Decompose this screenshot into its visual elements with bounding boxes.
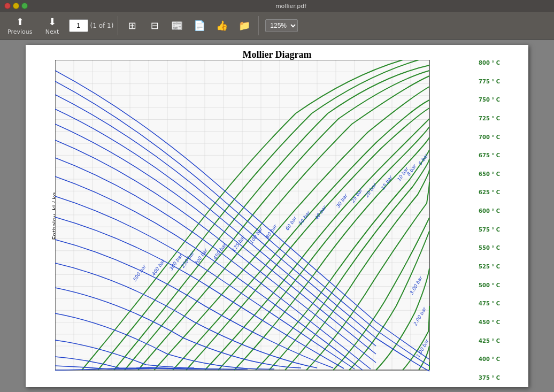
previous-button[interactable]: ⬆ Previous — [4, 14, 36, 37]
page-info: (1 of 1) — [90, 22, 114, 29]
next-button[interactable]: ⬇ Next — [39, 14, 66, 37]
temp-label-450: 450 ° C — [479, 319, 526, 325]
next-label: Next — [45, 28, 59, 35]
previous-label: Previous — [7, 28, 33, 35]
page-number-input[interactable] — [69, 19, 88, 32]
temp-label-550: 550 ° C — [479, 245, 526, 251]
temp-label-500: 500 ° C — [479, 282, 526, 288]
temp-label-600: 600 ° C — [479, 208, 526, 214]
title-bar: mollier.pdf — [0, 0, 554, 12]
temp-label-675: 675 ° C — [479, 152, 526, 158]
fit-page-button[interactable]: ⊞ — [122, 18, 142, 33]
temp-label-800: 800 ° C — [479, 60, 526, 66]
separator-1 — [118, 16, 118, 35]
thumbs-button[interactable]: 👍 — [212, 18, 232, 33]
close-button[interactable] — [4, 3, 11, 9]
pdf-area: Mollier Diagram Calculated with freestea… — [0, 40, 554, 392]
chart-svg: 4500 4400 4300 4200 4100 4000 3900 3800 … — [55, 60, 480, 381]
zoom-select[interactable]: 125% 100% 75% 150% — [265, 19, 298, 32]
temp-label-700: 700 ° C — [479, 134, 526, 140]
window-controls[interactable] — [4, 3, 28, 9]
toolbar: ⬆ Previous ⬇ Next (1 of 1) ⊞ ⊟ 📰 📄 👍 📁 1… — [0, 12, 554, 40]
bookmarks-button[interactable]: 📰 — [167, 18, 187, 33]
temp-label-575: 575 ° C — [479, 227, 526, 233]
temp-label-425: 425 ° C — [479, 338, 526, 344]
maximize-button[interactable] — [21, 3, 28, 9]
pages-button[interactable]: 📄 — [190, 18, 209, 33]
temp-label-725: 725 ° C — [479, 116, 526, 121]
zoom-group: 125% 100% 75% 150% — [265, 19, 298, 32]
next-icon: ⬇ — [48, 16, 56, 27]
temp-label-650: 650 ° C — [479, 171, 526, 177]
chart-title: Mollier Diagram — [26, 45, 528, 60]
pdf-page: Mollier Diagram Calculated with freestea… — [26, 45, 528, 387]
previous-icon: ⬆ — [16, 16, 24, 27]
temp-labels-container: 800 ° C 775 ° C 750 ° C 725 ° C 700 ° C … — [479, 60, 526, 381]
minimize-button[interactable] — [13, 3, 19, 9]
page-input-group: (1 of 1) — [69, 19, 114, 32]
temp-label-750: 750 ° C — [479, 97, 526, 103]
separator-2 — [258, 16, 259, 35]
temp-label-475: 475 ° C — [479, 301, 526, 306]
temp-label-375: 375 ° C — [479, 375, 526, 381]
folder-button[interactable]: 📁 — [235, 18, 254, 33]
window-title: mollier.pdf — [32, 3, 550, 10]
thumbs-icon: 👍 — [216, 20, 228, 31]
bookmarks-icon: 📰 — [171, 20, 183, 31]
temp-label-400: 400 ° C — [479, 356, 526, 362]
fit-width-button[interactable]: ⊟ — [145, 18, 164, 33]
folder-icon: 📁 — [238, 20, 250, 31]
fit-page-icon: ⊞ — [128, 20, 136, 31]
temp-label-625: 625 ° C — [479, 189, 526, 195]
pages-icon: 📄 — [194, 20, 205, 31]
temp-label-525: 525 ° C — [479, 264, 526, 270]
fit-width-icon: ⊟ — [151, 20, 159, 31]
temp-label-775: 775 ° C — [479, 79, 526, 84]
